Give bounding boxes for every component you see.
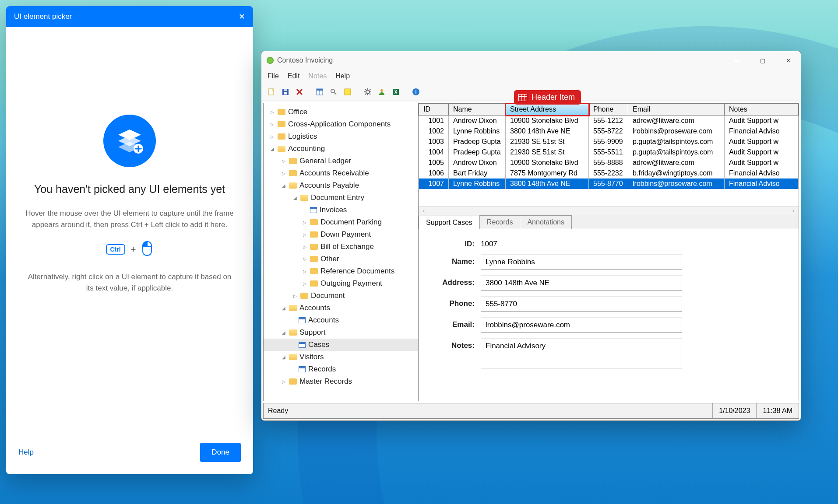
- col-street-address[interactable]: Street Address: [506, 104, 589, 116]
- svg-rect-11: [284, 89, 287, 91]
- nav-tree[interactable]: ▷Office ▷Cross-Application Components ▷L…: [264, 103, 419, 401]
- table-row[interactable]: 1001Andrew Dixon10900 Stonelake Blvd555-…: [419, 116, 799, 126]
- table-row[interactable]: 1005Andrew Dixon10900 Stonelake Blvd555-…: [419, 158, 799, 168]
- info-icon[interactable]: i: [410, 86, 422, 98]
- svg-text:i: i: [415, 89, 416, 94]
- svg-rect-10: [284, 92, 287, 94]
- menu-edit[interactable]: Edit: [288, 72, 300, 80]
- app-menubar: File Edit Notes Help: [261, 70, 801, 83]
- tab-support-cases[interactable]: Support Cases: [419, 216, 480, 229]
- picker-instructions-2: Alternatively, right click on a UI eleme…: [24, 271, 236, 294]
- save-icon[interactable]: [280, 86, 291, 98]
- tab-records[interactable]: Records: [479, 215, 521, 229]
- picker-titlebar[interactable]: UI element picker ✕: [6, 6, 253, 27]
- excel-icon[interactable]: X: [390, 86, 401, 98]
- tree-document-entry[interactable]: ◢Document Entry: [264, 192, 418, 204]
- svg-line-16: [334, 92, 336, 94]
- done-button[interactable]: Done: [200, 443, 241, 462]
- tree-master-records[interactable]: ▷Master Records: [264, 375, 418, 388]
- horizontal-scrollbar[interactable]: 〈〉: [419, 206, 799, 215]
- tree-document-parking[interactable]: ▷Document Parking: [264, 216, 418, 228]
- tree-other[interactable]: ▷Other: [264, 253, 418, 265]
- tab-annotations[interactable]: Annotations: [520, 215, 572, 229]
- note-icon[interactable]: [342, 86, 353, 98]
- menu-file[interactable]: File: [268, 72, 279, 80]
- close-icon[interactable]: ✕: [239, 12, 245, 21]
- menu-notes[interactable]: Notes: [308, 72, 327, 80]
- tree-outgoing-payment[interactable]: ▷Outgoing Payment: [264, 277, 418, 290]
- tree-document[interactable]: ▷Document: [264, 290, 418, 302]
- tree-office[interactable]: ▷Office: [264, 106, 418, 118]
- tree-accounting[interactable]: ◢Accounting: [264, 143, 418, 155]
- app-icon: [267, 57, 274, 64]
- status-bar: Ready 1/10/2023 11:38 AM: [263, 403, 799, 419]
- app-title: Contoso Invoicing: [277, 56, 333, 64]
- tree-accounts-receivable[interactable]: ▷Accounts Receivable: [264, 167, 418, 179]
- new-icon[interactable]: [266, 86, 277, 98]
- search-icon[interactable]: [328, 86, 339, 98]
- input-notes[interactable]: [481, 339, 682, 368]
- tree-invoices[interactable]: Invoices: [264, 204, 418, 216]
- col-notes[interactable]: Notes: [725, 104, 799, 116]
- user-icon[interactable]: [376, 86, 387, 98]
- table-row[interactable]: 1006Bart Friday7875 Montgomery Rd555-223…: [419, 168, 799, 178]
- delete-icon[interactable]: [294, 86, 305, 98]
- input-name[interactable]: [481, 255, 682, 270]
- tree-accounts[interactable]: ◢Accounts: [264, 302, 418, 314]
- value-id: 1007: [481, 237, 682, 248]
- table-row[interactable]: 1003Pradeep Gupta21930 SE 51st St555-990…: [419, 136, 799, 147]
- detail-form: ID:1007 Name: Address: Phone: Email: Not…: [419, 229, 799, 385]
- app-titlebar[interactable]: Contoso Invoicing — ▢ ✕: [261, 51, 801, 70]
- col-phone[interactable]: Phone: [589, 104, 628, 116]
- header-item-callout: Header Item: [514, 90, 581, 105]
- tree-bill-of-exchange[interactable]: ▷Bill of Exchange: [264, 241, 418, 253]
- input-phone[interactable]: [481, 297, 682, 312]
- plus-icon: +: [130, 244, 136, 255]
- tree-cases[interactable]: Cases: [264, 339, 418, 351]
- tree-records[interactable]: Records: [264, 363, 418, 375]
- data-grid[interactable]: ID Name Street Address Phone Email Notes…: [419, 103, 799, 215]
- label-id: ID:: [431, 237, 475, 248]
- svg-rect-8: [268, 89, 274, 95]
- tree-down-payment[interactable]: ▷Down Payment: [264, 228, 418, 241]
- tree-accounts-payable[interactable]: ◢Accounts Payable: [264, 179, 418, 192]
- tree-logistics[interactable]: ▷Logistics: [264, 130, 418, 143]
- maximize-button[interactable]: ▢: [750, 51, 775, 70]
- label-phone: Phone:: [431, 297, 475, 308]
- tree-reference-documents[interactable]: ▷Reference Documents: [264, 265, 418, 277]
- svg-rect-4: [518, 94, 527, 101]
- close-button[interactable]: ✕: [775, 51, 801, 70]
- ui-element-picker-window: UI element picker ✕ You haven't picked a…: [6, 6, 253, 474]
- ctrl-click-hint: Ctrl +: [106, 241, 154, 258]
- mouse-icon: [141, 241, 153, 258]
- tree-cross-application[interactable]: ▷Cross-Application Components: [264, 118, 418, 130]
- status-time: 11:38 AM: [756, 403, 799, 418]
- picker-title-text: UI element picker: [14, 12, 72, 21]
- col-email[interactable]: Email: [628, 104, 725, 116]
- status-date: 1/10/2023: [712, 403, 756, 418]
- svg-point-18: [366, 90, 370, 94]
- contoso-invoicing-window: Contoso Invoicing — ▢ ✕ File Edit Notes …: [261, 51, 801, 421]
- tree-accounts-item[interactable]: Accounts: [264, 314, 418, 326]
- table-row[interactable]: 1002Lynne Robbins3800 148th Ave NE555-87…: [419, 126, 799, 136]
- minimize-button[interactable]: —: [725, 51, 750, 70]
- gear-icon[interactable]: [362, 86, 373, 98]
- status-ready: Ready: [264, 407, 712, 415]
- table-row[interactable]: 1007Lynne Robbins3800 148th Ave NE555-87…: [419, 178, 799, 189]
- table-row[interactable]: 1004Pradeep Gupta21930 SE 51st St555-551…: [419, 147, 799, 158]
- input-email[interactable]: [481, 318, 682, 332]
- help-link[interactable]: Help: [18, 448, 34, 457]
- ctrl-key-icon: Ctrl: [106, 244, 125, 255]
- col-id[interactable]: ID: [419, 104, 449, 116]
- grid-icon[interactable]: [314, 86, 325, 98]
- callout-label: Header Item: [532, 93, 575, 102]
- tree-support[interactable]: ◢Support: [264, 326, 418, 339]
- picker-instructions-1: Hover the mouse over the UI element to c…: [24, 208, 236, 230]
- tree-visitors[interactable]: ◢Visitors: [264, 351, 418, 363]
- input-address[interactable]: [481, 276, 682, 290]
- menu-help[interactable]: Help: [335, 72, 350, 80]
- col-name[interactable]: Name: [449, 104, 506, 116]
- tree-general-ledger[interactable]: ▷General Ledger: [264, 155, 418, 167]
- picker-headline: You haven't picked any UI elements yet: [34, 183, 225, 196]
- label-address: Address:: [431, 276, 475, 287]
